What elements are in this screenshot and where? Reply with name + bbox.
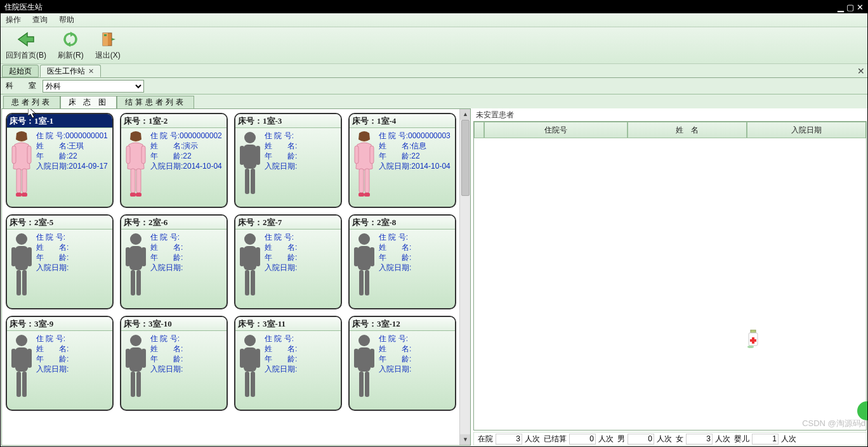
bed-card[interactable]: 床号：3室-9住 院 号:姓 名:年 龄:入院日期: — [6, 316, 114, 411]
bed-header: 床号：2室-5 — [7, 216, 112, 230]
bed-card[interactable]: 床号：1室-3住 院 号:姓 名:年 龄:入院日期: — [234, 113, 342, 208]
watermark: CSDN @淘源码d — [802, 418, 865, 429]
svg-rect-45 — [131, 270, 135, 295]
menu-help[interactable]: 帮助 — [59, 15, 74, 25]
exit-button[interactable]: 退出(X) — [95, 30, 121, 61]
svg-rect-12 — [22, 169, 27, 193]
bed-card[interactable]: 床号：3室-12住 院 号:姓 名:年 龄:入院日期: — [348, 316, 456, 411]
close-icon[interactable]: ✕ — [857, 3, 864, 11]
refresh-button[interactable]: 刷新(R) — [58, 30, 84, 61]
bed-card[interactable]: 床号：1室-4住 院 号:0000000003姓 名:信息年 龄:22入院日期:… — [348, 113, 456, 208]
refresh-label: 刷新(R) — [58, 50, 84, 61]
bed-card[interactable]: 床号：2室-8住 院 号:姓 名:年 龄:入院日期: — [348, 214, 456, 309]
svg-rect-9 — [12, 146, 16, 164]
svg-rect-38 — [27, 247, 32, 266]
bed-card[interactable]: 床号：3室-10住 院 号:姓 名:年 龄:入院日期: — [120, 316, 228, 411]
bed-header: 床号：1室-1 — [7, 114, 112, 128]
dept-row: 科 室 外科 — [1, 78, 867, 94]
svg-rect-72 — [244, 347, 256, 372]
bed-body: 住 院 号:0000000003姓 名:信息年 龄:22入院日期:2014-10… — [350, 128, 455, 203]
bed-card[interactable]: 床号：2室-7住 院 号:姓 名:年 龄:入院日期: — [234, 214, 342, 309]
bed-info: 住 院 号:姓 名:年 龄:入院日期: — [265, 131, 339, 200]
minimize-icon[interactable]: ▁ — [838, 3, 844, 11]
scrollbar[interactable]: ▲ ▼ — [459, 109, 470, 445]
svg-point-41 — [130, 233, 141, 245]
svg-rect-86 — [750, 339, 756, 342]
exit-label: 退出(X) — [95, 50, 121, 61]
svg-rect-26 — [245, 169, 249, 194]
unassigned-title: 未安置患者 — [473, 108, 867, 121]
home-button[interactable]: 回到首页(B) — [6, 30, 46, 61]
bed-card[interactable]: 床号：1室-1住 院 号:0000000001姓 名:王琪年 龄:22入院日期:… — [6, 113, 114, 208]
tabbar-close-icon[interactable]: ✕ — [857, 66, 865, 76]
subtab-bed[interactable]: 床 态 图 — [60, 96, 117, 108]
menu-query[interactable]: 查询 — [32, 15, 48, 25]
svg-point-71 — [244, 335, 256, 346]
st-m-val[interactable] — [628, 434, 654, 444]
tab-close-icon[interactable]: ✕ — [88, 67, 94, 75]
svg-rect-78 — [358, 347, 371, 372]
tab-workstation[interactable]: 医生工作站✕ — [40, 65, 101, 77]
svg-rect-17 — [141, 146, 145, 164]
svg-rect-10 — [27, 146, 31, 164]
svg-rect-5 — [104, 34, 107, 36]
svg-rect-33 — [358, 193, 364, 197]
table-header: 住院号 姓 名 入院日期 — [474, 122, 866, 138]
bed-info: 住 院 号:姓 名:年 龄:入院日期: — [379, 232, 454, 302]
main-window: 住院医生站 ▁ ▢ ✕ 操作 查询 帮助 回到首页(B) 刷新(R) — [0, 0, 868, 447]
svg-rect-40 — [22, 270, 27, 295]
bed-card[interactable]: 床号：1室-2住 院 号:0000000002姓 名:演示年 龄:22入院日期:… — [120, 113, 228, 208]
svg-rect-56 — [370, 247, 374, 266]
dept-select[interactable]: 外科 — [43, 80, 144, 93]
patient-figure-icon — [351, 131, 378, 200]
bed-body: 住 院 号:姓 名:年 龄:入院日期: — [121, 331, 227, 406]
refresh-icon — [60, 30, 81, 49]
bed-body: 住 院 号:姓 名:年 龄:入院日期: — [7, 230, 112, 304]
st-set-val[interactable] — [569, 434, 596, 444]
bed-header: 床号：3室-11 — [235, 317, 341, 331]
menubar: 操作 查询 帮助 — [1, 13, 867, 27]
svg-rect-19 — [136, 169, 141, 193]
bed-header: 床号：3室-10 — [121, 317, 227, 331]
th-hos: 住院号 — [484, 122, 628, 138]
bed-header: 床号：3室-9 — [7, 317, 112, 331]
st-b-lbl: 婴儿 — [734, 434, 749, 444]
st-b-val[interactable] — [752, 434, 779, 444]
bed-card[interactable]: 床号：2室-6住 院 号:姓 名:年 龄:入院日期: — [120, 214, 228, 309]
bed-card[interactable]: 床号：2室-5住 院 号:姓 名:年 龄:入院日期: — [6, 214, 114, 309]
subtab-settle[interactable]: 结算患者列表 — [117, 96, 194, 108]
tab-start[interactable]: 起始页 — [2, 65, 39, 77]
scroll-up-icon[interactable]: ▲ — [460, 109, 471, 120]
titlebar: 住院医生站 ▁ ▢ ✕ — [1, 1, 867, 13]
svg-rect-57 — [359, 270, 364, 295]
bed-header: 床号：2室-7 — [235, 216, 341, 230]
svg-rect-39 — [16, 270, 21, 295]
bed-info: 住 院 号:姓 名:年 龄:入院日期: — [36, 232, 111, 302]
menu-op[interactable]: 操作 — [6, 15, 21, 25]
scroll-down-icon[interactable]: ▼ — [460, 434, 471, 445]
svg-rect-34 — [364, 193, 370, 197]
st-f-val[interactable] — [686, 434, 713, 444]
svg-rect-52 — [251, 270, 255, 295]
patient-figure-icon — [351, 232, 378, 302]
st-m-u: 人次 — [657, 434, 672, 444]
bed-body: 住 院 号:姓 名:年 龄:入院日期: — [350, 230, 455, 304]
subtab-list[interactable]: 患者列表 — [3, 96, 60, 108]
bed-info: 住 院 号:姓 名:年 龄:入院日期: — [150, 334, 225, 403]
scroll-thumb[interactable] — [461, 120, 470, 196]
maximize-icon[interactable]: ▢ — [846, 3, 854, 11]
table-body — [474, 138, 866, 430]
svg-rect-44 — [141, 247, 146, 266]
bed-body: 住 院 号:姓 名:年 龄:入院日期: — [235, 331, 341, 406]
th-adm: 入院日期 — [747, 122, 866, 138]
svg-rect-67 — [126, 349, 130, 368]
svg-marker-2 — [67, 42, 70, 47]
subtabs: 患者列表 床 态 图 结算患者列表 — [1, 94, 867, 108]
svg-point-47 — [244, 233, 256, 245]
home-label: 回到首页(B) — [6, 50, 46, 61]
svg-point-77 — [358, 335, 370, 346]
bed-card[interactable]: 床号：3室-11住 院 号:姓 名:年 龄:入院日期: — [234, 316, 342, 411]
st-in-val[interactable] — [496, 434, 522, 444]
medicine-bottle-icon — [747, 330, 760, 349]
bed-info: 住 院 号:姓 名:年 龄:入院日期: — [150, 232, 225, 302]
